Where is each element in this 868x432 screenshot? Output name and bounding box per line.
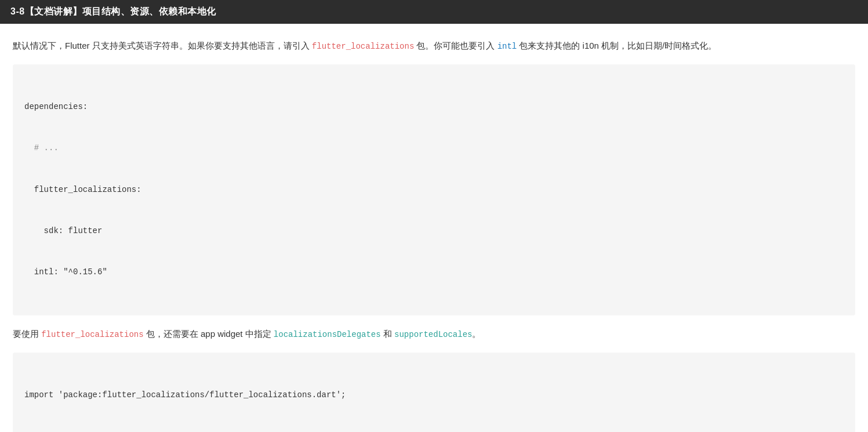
paragraph2-text-3: 和: [381, 329, 394, 339]
code-line-2: # ...: [24, 141, 844, 155]
code-line-4: sdk: flutter: [24, 224, 844, 238]
paragraph1-text-3: 包来支持其他的 i10n 机制，比如日期/时间格式化。: [517, 41, 717, 50]
page-title: 3-8【文档讲解】项目结构、资源、依赖和本地化: [10, 6, 216, 16]
code-block-import: import 'package:flutter_localizations/fl…: [13, 353, 855, 432]
title-bar: 3-8【文档讲解】项目结构、资源、依赖和本地化: [0, 0, 868, 24]
import-line: import 'package:flutter_localizations/fl…: [24, 389, 844, 402]
paragraph2-text-2: 包，还需要在 app widget 中指定: [144, 329, 274, 339]
flutter-localizations-ref-1: flutter_localizations: [312, 42, 414, 51]
code-line-1: dependencies:: [24, 100, 844, 114]
paragraph1-text-2: 包。你可能也要引入: [414, 41, 497, 50]
intl-ref: intl: [497, 42, 517, 51]
paragraph-2: 要使用 flutter_localizations 包，还需要在 app wid…: [13, 326, 855, 342]
paragraph-1: 默认情况下，Flutter 只支持美式英语字符串。如果你要支持其他语言，请引入 …: [13, 38, 855, 54]
code-block-dependencies: dependencies: # ... flutter_localization…: [13, 64, 855, 315]
supported-locales-ref: supportedLocales: [394, 330, 472, 339]
paragraph1-text-1: 默认情况下，Flutter 只支持美式英语字符串。如果你要支持其他语言，请引入: [13, 41, 312, 50]
paragraph2-text-1: 要使用: [13, 329, 41, 339]
paragraph2-text-4: 。: [472, 329, 481, 339]
code-line-5: intl: "^0.15.6": [24, 266, 844, 279]
content-area: 默认情况下，Flutter 只支持美式英语字符串。如果你要支持其他语言，请引入 …: [0, 24, 868, 432]
localizations-delegates-ref: localizationsDelegates: [274, 330, 381, 339]
code-line-3: flutter_localizations:: [24, 183, 844, 197]
flutter-localizations-ref-2: flutter_localizations: [41, 330, 143, 339]
